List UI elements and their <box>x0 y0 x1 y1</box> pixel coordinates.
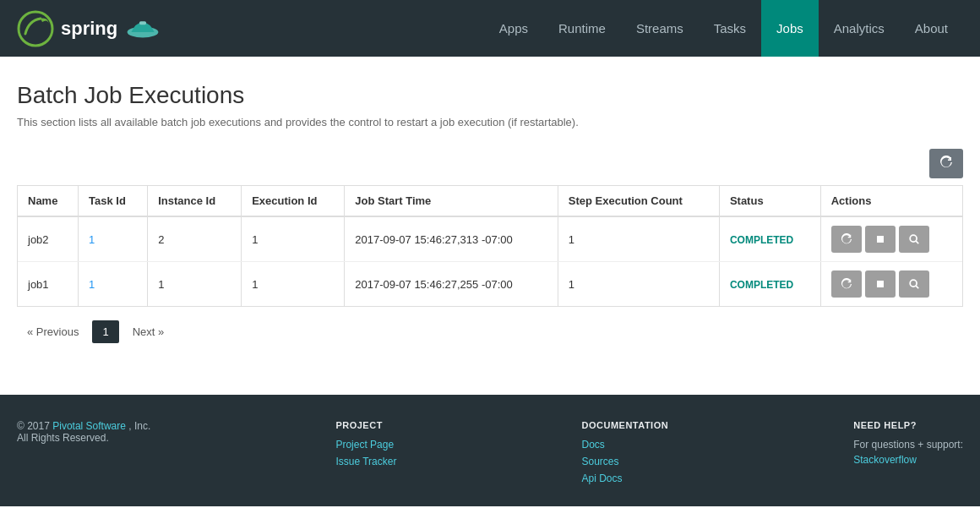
svg-line-8 <box>916 286 918 288</box>
action-buttons <box>831 226 952 253</box>
hat-icon <box>126 17 160 41</box>
footer-copyright: © 2017 Pivotal Software , Inc. <box>17 420 150 432</box>
task-id-link[interactable]: 1 <box>89 278 95 291</box>
stop-icon <box>876 235 885 243</box>
table-body: job2 1 2 1 2017-09-07 15:46:27,313 -07:0… <box>18 216 962 306</box>
footer-sources[interactable]: Sources <box>582 456 669 467</box>
footer-rights: All Rights Reserved. <box>17 432 150 444</box>
svg-rect-2 <box>139 21 146 25</box>
footer-docs[interactable]: Docs <box>582 439 669 451</box>
cell-actions <box>820 262 962 307</box>
brand: spring <box>17 10 160 47</box>
view-button[interactable] <box>899 226 929 253</box>
status-badge: COMPLETED <box>730 279 793 291</box>
cell-name: job1 <box>18 262 79 307</box>
footer-project-title: PROJECT <box>335 420 396 430</box>
page-title: Batch Job Executions <box>17 82 963 109</box>
footer-help-desc: For questions + support: <box>853 439 963 451</box>
nav-links: Apps Runtime Streams Tasks Jobs Analytic… <box>484 0 963 57</box>
svg-rect-3 <box>877 236 884 243</box>
pivotal-link[interactable]: Pivotal Software <box>52 420 126 432</box>
svg-line-5 <box>916 241 918 243</box>
cell-instance-id: 1 <box>148 262 242 307</box>
cell-task-id: 1 <box>79 262 148 307</box>
footer-docs-section: DOCUMENTATION Docs Sources Api Docs <box>582 420 669 489</box>
cell-execution-id: 1 <box>242 216 345 262</box>
nav-streams[interactable]: Streams <box>621 0 699 57</box>
search-icon <box>908 278 920 290</box>
cell-status: COMPLETED <box>719 216 820 262</box>
spring-logo-icon <box>17 10 54 47</box>
col-job-start-time: Job Start Time <box>345 186 558 216</box>
restart-icon <box>841 233 852 245</box>
nav-jobs[interactable]: Jobs <box>761 0 819 57</box>
col-status: Status <box>719 186 820 216</box>
restart-button[interactable] <box>831 270 862 298</box>
pagination-next[interactable]: Next » <box>122 320 175 343</box>
cell-task-id: 1 <box>79 216 148 262</box>
search-icon <box>908 233 920 245</box>
pagination-previous[interactable]: « Previous <box>17 320 89 343</box>
cell-instance-id: 2 <box>148 216 242 262</box>
toolbar <box>17 149 963 178</box>
cell-step-count: 1 <box>558 216 719 262</box>
jobs-table: Name Task Id Instance Id Execution Id Jo… <box>18 186 962 306</box>
footer-copy-section: © 2017 Pivotal Software , Inc. All Right… <box>17 420 150 489</box>
main-content: Batch Job Executions This section lists … <box>0 57 980 395</box>
navbar: spring Apps Runtime Streams Tasks Jobs A… <box>0 0 980 57</box>
footer-issue-tracker[interactable]: Issue Tracker <box>335 456 396 467</box>
nav-runtime[interactable]: Runtime <box>543 0 621 57</box>
col-actions: Actions <box>820 186 962 216</box>
nav-apps[interactable]: Apps <box>484 0 543 57</box>
cell-step-count: 1 <box>558 262 719 307</box>
refresh-icon <box>939 156 953 169</box>
cell-actions <box>820 216 962 262</box>
table-row: job1 1 1 1 2017-09-07 15:46:27,255 -07:0… <box>18 262 962 307</box>
action-buttons <box>831 270 952 298</box>
table-row: job2 1 2 1 2017-09-07 15:46:27,313 -07:0… <box>18 216 962 262</box>
app-title: spring <box>61 18 117 40</box>
task-id-link[interactable]: 1 <box>89 233 95 246</box>
footer-api-docs[interactable]: Api Docs <box>582 473 669 484</box>
svg-point-7 <box>910 280 917 287</box>
footer-stackoverflow[interactable]: Stackoverflow <box>853 454 963 466</box>
pagination: « Previous 1 Next » <box>17 320 963 343</box>
footer-project-page[interactable]: Project Page <box>335 439 396 451</box>
nav-tasks[interactable]: Tasks <box>699 0 761 57</box>
footer-docs-title: DOCUMENTATION <box>582 420 669 430</box>
stop-button[interactable] <box>865 226 896 253</box>
footer-help-title: NEED HELP? <box>853 420 963 430</box>
col-step-execution-count: Step Execution Count <box>558 186 719 216</box>
nav-analytics[interactable]: Analytics <box>819 0 900 57</box>
table-header-row: Name Task Id Instance Id Execution Id Jo… <box>18 186 962 216</box>
pagination-current[interactable]: 1 <box>92 320 118 343</box>
cell-job-start-time: 2017-09-07 15:46:27,313 -07:00 <box>345 216 558 262</box>
col-name: Name <box>18 186 79 216</box>
footer-inner: © 2017 Pivotal Software , Inc. All Right… <box>17 420 963 489</box>
stop-icon <box>876 280 885 288</box>
page-subtitle: This section lists all available batch j… <box>17 116 963 128</box>
jobs-table-wrapper: Name Task Id Instance Id Execution Id Jo… <box>17 185 963 307</box>
footer-project-section: PROJECT Project Page Issue Tracker <box>335 420 396 489</box>
refresh-button[interactable] <box>929 149 963 178</box>
restart-button[interactable] <box>831 226 862 253</box>
svg-point-0 <box>19 12 52 46</box>
status-badge: COMPLETED <box>730 234 793 246</box>
nav-about[interactable]: About <box>900 0 963 57</box>
restart-icon <box>841 278 852 290</box>
stop-button[interactable] <box>865 270 896 298</box>
col-task-id: Task Id <box>79 186 148 216</box>
footer-help-section: NEED HELP? For questions + support: Stac… <box>853 420 963 489</box>
svg-point-4 <box>910 235 917 242</box>
svg-rect-6 <box>877 281 884 287</box>
footer: © 2017 Pivotal Software , Inc. All Right… <box>0 395 980 506</box>
view-button[interactable] <box>899 270 929 298</box>
col-instance-id: Instance Id <box>148 186 242 216</box>
cell-name: job2 <box>18 216 79 262</box>
col-execution-id: Execution Id <box>242 186 345 216</box>
cell-status: COMPLETED <box>719 262 820 307</box>
cell-execution-id: 1 <box>242 262 345 307</box>
cell-job-start-time: 2017-09-07 15:46:27,255 -07:00 <box>345 262 558 307</box>
